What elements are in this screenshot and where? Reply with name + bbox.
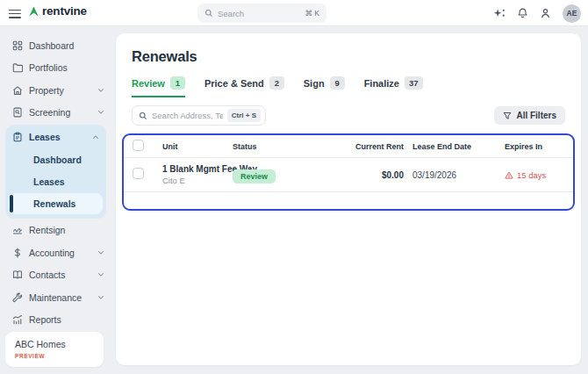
sidebar-item-rentsign[interactable]: Rentsign [0, 219, 111, 242]
column-header-lease-end-date[interactable]: Lease End Date [404, 142, 496, 151]
column-header-expires-in[interactable]: Expires In [496, 142, 564, 151]
tab-count-badge: 37 [405, 76, 423, 90]
sidebar-label: Rentsign [29, 225, 104, 235]
sidebar-label: Screening [29, 107, 91, 118]
signature-icon [11, 225, 23, 235]
expires-in-text: 15 days [517, 170, 546, 180]
tab-finalize[interactable]: Finalize 37 [364, 76, 423, 97]
warning-triangle-icon [505, 171, 513, 179]
user-avatar[interactable]: AE [563, 4, 581, 23]
status-cell: Review [233, 167, 333, 183]
sidebar-label: Accounting [29, 248, 91, 258]
global-search[interactable]: ⌘ K [197, 4, 326, 23]
chart-icon [11, 314, 23, 325]
tab-label: Finalize [364, 78, 399, 89]
tab-count-badge: 2 [269, 76, 284, 90]
sidebar-item-reports[interactable]: Reports [0, 309, 111, 332]
sidebar-subitem-leases-dashboard[interactable]: Dashboard [9, 149, 103, 170]
chevron-down-icon [97, 110, 104, 115]
sidebar-subitem-leases-leases[interactable]: Leases [9, 171, 103, 192]
sidebar-item-maintenance[interactable]: Maintenance [0, 286, 111, 309]
logo-text: rentvine [42, 4, 87, 18]
chevron-up-icon [92, 134, 99, 140]
sidebar-subitem-leases-renewals[interactable]: Renewals [9, 193, 103, 214]
tenant-name: Cito E [162, 176, 233, 185]
column-header-status[interactable]: Status [233, 142, 333, 151]
status-badge: Review [233, 169, 276, 183]
sidebar-item-leases[interactable]: Leases [5, 126, 106, 148]
column-header-current-rent[interactable]: Current Rent [333, 142, 404, 151]
sidebar: Dashboard Portfolios Property Screening [0, 26, 111, 374]
sidebar-item-property[interactable]: Property [0, 79, 111, 102]
organization-name: ABC Homes [15, 339, 94, 349]
search-icon [139, 111, 147, 120]
sidebar-sublabel: Leases [33, 176, 65, 187]
tab-count-badge: 9 [330, 76, 345, 90]
expires-in-cell: 15 days [496, 170, 564, 180]
support-person-icon[interactable] [540, 7, 551, 19]
ai-sparkle-icon[interactable] [493, 8, 506, 19]
unit-address[interactable]: 1 Blank Mgmt Fee Way [162, 164, 233, 174]
chevron-down-icon [97, 272, 104, 277]
sidebar-label: Portfolios [29, 62, 104, 73]
search-shortcut-hint: ⌘ K [305, 9, 319, 18]
sidebar-group-leases: Leases Dashboard Leases Renewals [5, 125, 106, 219]
renewals-table: Unit Status Current Rent Lease End Date … [122, 133, 575, 211]
document-search-icon [11, 107, 23, 118]
lease-end-date-cell: 03/19/2026 [404, 170, 496, 180]
tab-price-and-send[interactable]: Price & Send 2 [204, 76, 284, 97]
folder-icon [11, 62, 23, 73]
main-content: Renewals Review 1 Price & Send 2 Sign 9 … [116, 33, 581, 365]
sidebar-sublabel: Renewals [33, 198, 75, 209]
renewal-tabs: Review 1 Price & Send 2 Sign 9 Finalize … [132, 76, 565, 97]
wrench-icon [11, 292, 23, 303]
sidebar-label: Maintenance [29, 292, 91, 303]
tab-count-badge: 1 [170, 76, 185, 90]
grid-icon [11, 40, 23, 51]
tab-review[interactable]: Review 1 [132, 76, 185, 97]
table-row[interactable]: 1 Blank Mgmt Fee Way Cito E Review $0.00… [124, 158, 573, 192]
table-search-input[interactable] [152, 111, 223, 120]
sidebar-item-contacts[interactable]: Contacts [0, 264, 111, 287]
topbar-actions: AE [493, 0, 581, 26]
page-title: Renewals [132, 48, 565, 65]
tab-label: Price & Send [204, 78, 264, 89]
hamburger-menu-icon[interactable] [9, 7, 21, 20]
table-toolbar: Ctrl + S All Filters [132, 105, 565, 126]
notifications-bell-icon[interactable] [517, 7, 528, 19]
tab-sign[interactable]: Sign 9 [304, 76, 345, 97]
table-search[interactable]: Ctrl + S [132, 105, 266, 126]
sidebar-label: Leases [29, 132, 86, 142]
organization-card[interactable]: ABC Homes PREVIEW [5, 332, 104, 367]
select-all-checkbox[interactable] [133, 140, 144, 151]
all-filters-button[interactable]: All Filters [494, 106, 565, 125]
table-search-shortcut: Ctrl + S [227, 109, 261, 122]
sidebar-item-accounting[interactable]: Accounting [0, 241, 111, 264]
sidebar-item-screening[interactable]: Screening [0, 102, 111, 125]
tab-label: Sign [304, 78, 325, 89]
sidebar-label: Contacts [29, 270, 91, 280]
chevron-down-icon [97, 250, 104, 255]
dollar-icon [11, 248, 23, 258]
search-icon [204, 9, 213, 18]
all-filters-label: All Filters [516, 111, 556, 120]
tab-label: Review [132, 78, 165, 89]
column-header-unit[interactable]: Unit [162, 142, 233, 151]
clipboard-icon [11, 132, 23, 142]
rentvine-logo-icon [28, 5, 39, 18]
book-icon [11, 270, 23, 280]
sidebar-item-dashboard[interactable]: Dashboard [0, 34, 111, 57]
top-bar: rentvine ⌘ K AE [0, 0, 588, 26]
unit-cell[interactable]: 1 Blank Mgmt Fee Way Cito E [162, 164, 233, 185]
chevron-down-icon [97, 88, 104, 93]
rentvine-logo[interactable]: rentvine [28, 4, 87, 18]
sidebar-label: Dashboard [29, 40, 104, 51]
sidebar-label: Property [29, 85, 91, 96]
chevron-down-icon [97, 295, 104, 300]
table-header-row: Unit Status Current Rent Lease End Date … [124, 135, 573, 158]
sidebar-item-portfolios[interactable]: Portfolios [0, 57, 111, 80]
sidebar-label: Reports [29, 314, 104, 325]
row-checkbox[interactable] [133, 168, 144, 179]
sidebar-sublabel: Dashboard [33, 155, 82, 165]
global-search-input[interactable] [218, 9, 300, 18]
